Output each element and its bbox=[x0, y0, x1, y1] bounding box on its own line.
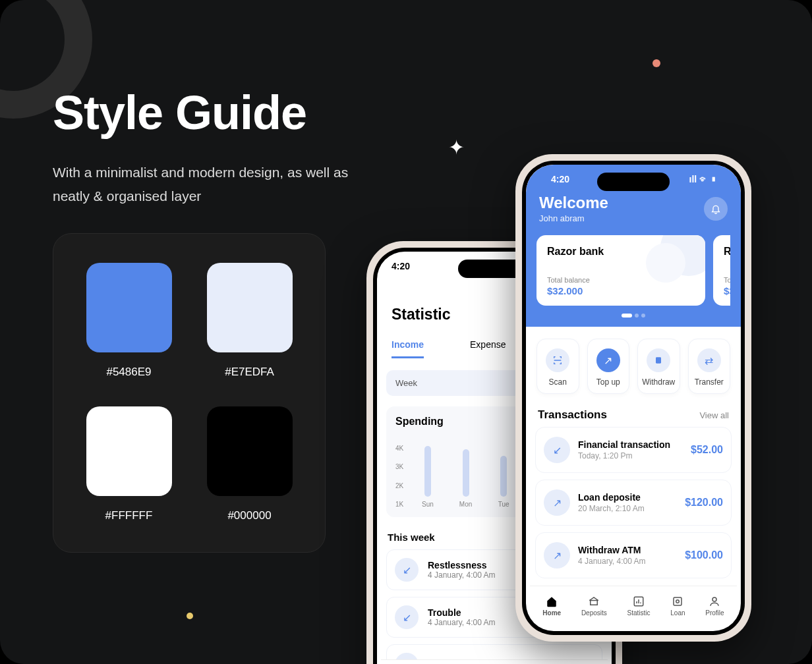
bar: Mon bbox=[452, 449, 480, 508]
user-name: John abram bbox=[539, 213, 608, 223]
color-hex: #5486E9 bbox=[80, 366, 178, 379]
swatch: #5486E9 bbox=[80, 263, 178, 380]
color-hex: #E7EDFA bbox=[200, 366, 299, 379]
color-palette: #5486E9 #E7EDFA #FFFFFF #000000 bbox=[53, 233, 326, 553]
y-axis: 4K 3K 2K 1K bbox=[395, 445, 403, 508]
tx-name: Financial transaction bbox=[578, 439, 670, 450]
bank-name: Razor bbox=[724, 246, 730, 258]
item-date: 4 January, 4:00 Am bbox=[428, 570, 496, 580]
tab-expense[interactable]: Expense bbox=[470, 339, 506, 358]
page-title: Style Guide bbox=[53, 86, 306, 140]
account-card[interactable]: Razor Total ba $32.0 bbox=[713, 235, 730, 306]
nav-profile[interactable]: Profile bbox=[700, 592, 729, 621]
nav-deposits[interactable]: Deposits bbox=[576, 592, 612, 621]
arrow-out-icon: ↗ bbox=[544, 542, 570, 568]
svg-rect-3 bbox=[656, 357, 661, 363]
tx-amount: $52.00 bbox=[691, 444, 723, 456]
bar: Sun bbox=[414, 446, 442, 508]
tx-amount: $100.00 bbox=[685, 549, 723, 561]
decorative-dot bbox=[652, 59, 660, 67]
balance-label: Total ba bbox=[724, 276, 730, 284]
arrow-in-icon: ↙ bbox=[395, 558, 419, 582]
arrow-out-icon: ↗ bbox=[544, 489, 570, 516]
status-time: 4:20 bbox=[392, 261, 410, 271]
tx-name: Loan deposite bbox=[578, 492, 645, 503]
notification-button[interactable] bbox=[704, 197, 728, 221]
bottom-nav: Home Deposits Statistic Loan Profile bbox=[530, 586, 737, 627]
tx-amount: $120.00 bbox=[685, 497, 723, 509]
action-withdraw[interactable]: Withdraw bbox=[637, 339, 680, 394]
action-scan[interactable]: Scan bbox=[536, 339, 579, 394]
swatch: #000000 bbox=[200, 406, 299, 524]
action-topup[interactable]: ↗Top up bbox=[587, 339, 630, 394]
item-date: 4 January, 4:00 Am bbox=[428, 618, 496, 627]
color-chip bbox=[207, 406, 293, 496]
page-subtitle: With a minimalist and modern design, as … bbox=[53, 161, 356, 208]
transaction-row[interactable]: ↗ Withdraw ATM4 January, 4:00 Am $100.00 bbox=[535, 532, 732, 578]
phone-mock-home: 4:20 ıll ᯤ ▮ Welcome John abram Razor bbox=[515, 154, 751, 642]
welcome-title: Welcome bbox=[539, 194, 608, 212]
balance-amount: $32.000 bbox=[547, 285, 695, 296]
transactions-heading: Transactions bbox=[538, 408, 607, 422]
arrow-in-icon: ↙ bbox=[395, 605, 419, 629]
svg-point-6 bbox=[676, 600, 680, 603]
status-time: 4:20 bbox=[551, 174, 569, 184]
tx-date: 20 March, 2:10 Am bbox=[578, 504, 645, 513]
nav-statistic[interactable]: Statistic bbox=[622, 592, 656, 621]
action-transfer[interactable]: ⇄Transfer bbox=[688, 339, 731, 394]
phone-notch bbox=[597, 173, 670, 191]
item-title: Trouble bbox=[428, 607, 496, 618]
color-chip bbox=[86, 406, 172, 496]
withdraw-icon bbox=[647, 348, 670, 372]
scan-icon bbox=[546, 348, 569, 372]
color-hex: #FFFFFF bbox=[80, 509, 178, 522]
status-icons: ıll ᯤ ▮ bbox=[689, 174, 716, 184]
tx-date: 4 January, 4:00 Am bbox=[578, 557, 646, 566]
view-all-link[interactable]: View all bbox=[699, 410, 729, 420]
balance-amount: $32.0 bbox=[724, 285, 730, 296]
color-hex: #000000 bbox=[200, 509, 299, 522]
swatch: #FFFFFF bbox=[80, 406, 178, 524]
color-chip bbox=[86, 263, 172, 352]
topup-icon: ↗ bbox=[596, 348, 620, 372]
item-title: Restlessness bbox=[428, 560, 496, 570]
quick-actions: Scan ↗Top up Withdraw ⇄Transfer bbox=[526, 327, 741, 394]
account-cards[interactable]: Razor bank Total balance $32.000 Razor T… bbox=[536, 235, 730, 306]
arrow-in-icon: ↙ bbox=[544, 437, 570, 463]
tx-date: Today, 1:20 Pm bbox=[578, 451, 670, 460]
svg-point-7 bbox=[712, 597, 716, 601]
color-chip bbox=[207, 263, 293, 352]
bottom-nav: Home Deposits Statistic Loan bbox=[381, 659, 608, 664]
bar: Tue bbox=[490, 456, 517, 508]
nav-home[interactable]: Home bbox=[537, 592, 566, 621]
sparkle-icon: ✦ bbox=[448, 136, 465, 159]
tab-income[interactable]: Income bbox=[392, 339, 424, 358]
carousel-dots bbox=[536, 314, 730, 318]
swatch: #E7EDFA bbox=[200, 263, 299, 380]
account-card[interactable]: Razor bank Total balance $32.000 bbox=[536, 235, 705, 306]
svg-rect-5 bbox=[674, 597, 682, 605]
bell-icon bbox=[710, 204, 721, 214]
tx-name: Withdraw ATM bbox=[578, 545, 646, 555]
transaction-row[interactable]: ↙ Financial transactionToday, 1:20 Pm $5… bbox=[535, 427, 732, 473]
decorative-dot bbox=[187, 613, 193, 619]
nav-loan[interactable]: Loan bbox=[665, 592, 690, 621]
transaction-row[interactable]: ↗ Loan deposite20 March, 2:10 Am $120.00 bbox=[535, 480, 732, 526]
transfer-icon: ⇄ bbox=[697, 348, 721, 372]
